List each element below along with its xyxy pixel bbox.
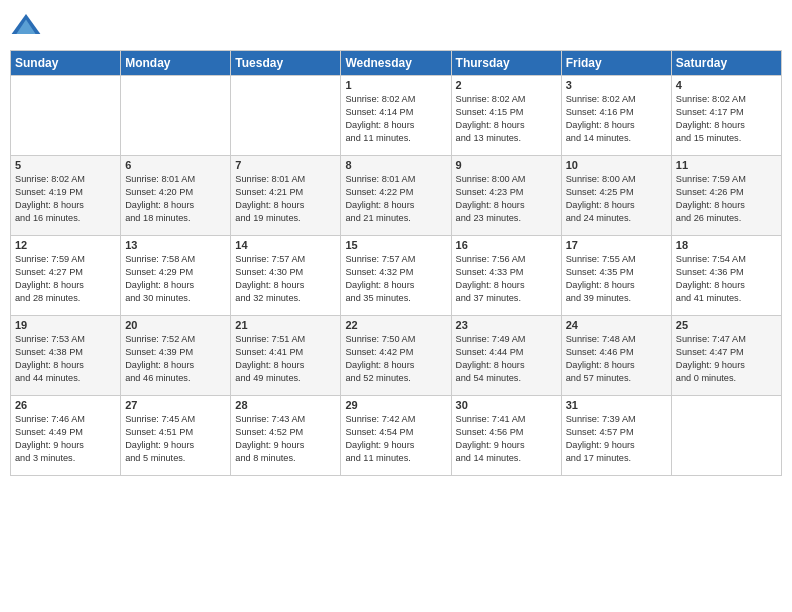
calendar-cell: 1Sunrise: 8:02 AM Sunset: 4:14 PM Daylig…: [341, 76, 451, 156]
header: [10, 10, 782, 42]
day-number: 11: [676, 159, 777, 171]
calendar-cell: 10Sunrise: 8:00 AM Sunset: 4:25 PM Dayli…: [561, 156, 671, 236]
day-info: Sunrise: 7:43 AM Sunset: 4:52 PM Dayligh…: [235, 413, 336, 465]
calendar-cell: 8Sunrise: 8:01 AM Sunset: 4:22 PM Daylig…: [341, 156, 451, 236]
day-number: 8: [345, 159, 446, 171]
day-header-thursday: Thursday: [451, 51, 561, 76]
day-number: 22: [345, 319, 446, 331]
calendar-cell: 18Sunrise: 7:54 AM Sunset: 4:36 PM Dayli…: [671, 236, 781, 316]
calendar-cell: 29Sunrise: 7:42 AM Sunset: 4:54 PM Dayli…: [341, 396, 451, 476]
page: SundayMondayTuesdayWednesdayThursdayFrid…: [0, 0, 792, 612]
calendar-cell: [671, 396, 781, 476]
day-number: 28: [235, 399, 336, 411]
calendar-cell: [11, 76, 121, 156]
day-number: 7: [235, 159, 336, 171]
calendar-cell: 3Sunrise: 8:02 AM Sunset: 4:16 PM Daylig…: [561, 76, 671, 156]
day-info: Sunrise: 7:47 AM Sunset: 4:47 PM Dayligh…: [676, 333, 777, 385]
day-number: 29: [345, 399, 446, 411]
day-info: Sunrise: 7:46 AM Sunset: 4:49 PM Dayligh…: [15, 413, 116, 465]
day-info: Sunrise: 8:00 AM Sunset: 4:25 PM Dayligh…: [566, 173, 667, 225]
calendar-cell: 7Sunrise: 8:01 AM Sunset: 4:21 PM Daylig…: [231, 156, 341, 236]
day-info: Sunrise: 7:48 AM Sunset: 4:46 PM Dayligh…: [566, 333, 667, 385]
calendar-cell: 22Sunrise: 7:50 AM Sunset: 4:42 PM Dayli…: [341, 316, 451, 396]
day-info: Sunrise: 8:02 AM Sunset: 4:16 PM Dayligh…: [566, 93, 667, 145]
day-number: 10: [566, 159, 667, 171]
calendar-cell: [231, 76, 341, 156]
day-number: 3: [566, 79, 667, 91]
calendar-cell: 30Sunrise: 7:41 AM Sunset: 4:56 PM Dayli…: [451, 396, 561, 476]
day-header-wednesday: Wednesday: [341, 51, 451, 76]
day-info: Sunrise: 7:54 AM Sunset: 4:36 PM Dayligh…: [676, 253, 777, 305]
calendar-cell: 11Sunrise: 7:59 AM Sunset: 4:26 PM Dayli…: [671, 156, 781, 236]
week-row-3: 19Sunrise: 7:53 AM Sunset: 4:38 PM Dayli…: [11, 316, 782, 396]
day-info: Sunrise: 7:49 AM Sunset: 4:44 PM Dayligh…: [456, 333, 557, 385]
day-number: 30: [456, 399, 557, 411]
day-header-sunday: Sunday: [11, 51, 121, 76]
day-number: 4: [676, 79, 777, 91]
day-info: Sunrise: 7:45 AM Sunset: 4:51 PM Dayligh…: [125, 413, 226, 465]
calendar-cell: 17Sunrise: 7:55 AM Sunset: 4:35 PM Dayli…: [561, 236, 671, 316]
calendar-cell: 31Sunrise: 7:39 AM Sunset: 4:57 PM Dayli…: [561, 396, 671, 476]
calendar-cell: 19Sunrise: 7:53 AM Sunset: 4:38 PM Dayli…: [11, 316, 121, 396]
calendar-cell: 25Sunrise: 7:47 AM Sunset: 4:47 PM Dayli…: [671, 316, 781, 396]
week-row-1: 5Sunrise: 8:02 AM Sunset: 4:19 PM Daylig…: [11, 156, 782, 236]
day-info: Sunrise: 7:41 AM Sunset: 4:56 PM Dayligh…: [456, 413, 557, 465]
day-header-saturday: Saturday: [671, 51, 781, 76]
day-info: Sunrise: 7:59 AM Sunset: 4:26 PM Dayligh…: [676, 173, 777, 225]
day-info: Sunrise: 7:39 AM Sunset: 4:57 PM Dayligh…: [566, 413, 667, 465]
day-info: Sunrise: 7:51 AM Sunset: 4:41 PM Dayligh…: [235, 333, 336, 385]
day-number: 25: [676, 319, 777, 331]
calendar-cell: [121, 76, 231, 156]
day-number: 23: [456, 319, 557, 331]
day-number: 20: [125, 319, 226, 331]
calendar-body: 1Sunrise: 8:02 AM Sunset: 4:14 PM Daylig…: [11, 76, 782, 476]
day-info: Sunrise: 8:02 AM Sunset: 4:15 PM Dayligh…: [456, 93, 557, 145]
day-number: 14: [235, 239, 336, 251]
calendar-table: SundayMondayTuesdayWednesdayThursdayFrid…: [10, 50, 782, 476]
day-header-friday: Friday: [561, 51, 671, 76]
day-number: 12: [15, 239, 116, 251]
day-info: Sunrise: 8:02 AM Sunset: 4:14 PM Dayligh…: [345, 93, 446, 145]
day-number: 6: [125, 159, 226, 171]
calendar-cell: 2Sunrise: 8:02 AM Sunset: 4:15 PM Daylig…: [451, 76, 561, 156]
calendar-cell: 12Sunrise: 7:59 AM Sunset: 4:27 PM Dayli…: [11, 236, 121, 316]
header-row: SundayMondayTuesdayWednesdayThursdayFrid…: [11, 51, 782, 76]
day-number: 13: [125, 239, 226, 251]
calendar-cell: 5Sunrise: 8:02 AM Sunset: 4:19 PM Daylig…: [11, 156, 121, 236]
calendar-cell: 28Sunrise: 7:43 AM Sunset: 4:52 PM Dayli…: [231, 396, 341, 476]
day-number: 9: [456, 159, 557, 171]
calendar-cell: 9Sunrise: 8:00 AM Sunset: 4:23 PM Daylig…: [451, 156, 561, 236]
day-number: 16: [456, 239, 557, 251]
day-info: Sunrise: 7:59 AM Sunset: 4:27 PM Dayligh…: [15, 253, 116, 305]
calendar-cell: 20Sunrise: 7:52 AM Sunset: 4:39 PM Dayli…: [121, 316, 231, 396]
day-info: Sunrise: 8:01 AM Sunset: 4:22 PM Dayligh…: [345, 173, 446, 225]
calendar-cell: 16Sunrise: 7:56 AM Sunset: 4:33 PM Dayli…: [451, 236, 561, 316]
day-info: Sunrise: 7:55 AM Sunset: 4:35 PM Dayligh…: [566, 253, 667, 305]
day-header-monday: Monday: [121, 51, 231, 76]
day-number: 17: [566, 239, 667, 251]
day-info: Sunrise: 8:01 AM Sunset: 4:21 PM Dayligh…: [235, 173, 336, 225]
day-info: Sunrise: 8:02 AM Sunset: 4:19 PM Dayligh…: [15, 173, 116, 225]
day-info: Sunrise: 8:01 AM Sunset: 4:20 PM Dayligh…: [125, 173, 226, 225]
week-row-0: 1Sunrise: 8:02 AM Sunset: 4:14 PM Daylig…: [11, 76, 782, 156]
calendar-cell: 4Sunrise: 8:02 AM Sunset: 4:17 PM Daylig…: [671, 76, 781, 156]
day-info: Sunrise: 7:57 AM Sunset: 4:32 PM Dayligh…: [345, 253, 446, 305]
calendar-cell: 13Sunrise: 7:58 AM Sunset: 4:29 PM Dayli…: [121, 236, 231, 316]
day-number: 2: [456, 79, 557, 91]
day-number: 19: [15, 319, 116, 331]
day-info: Sunrise: 7:56 AM Sunset: 4:33 PM Dayligh…: [456, 253, 557, 305]
day-info: Sunrise: 7:53 AM Sunset: 4:38 PM Dayligh…: [15, 333, 116, 385]
day-info: Sunrise: 8:00 AM Sunset: 4:23 PM Dayligh…: [456, 173, 557, 225]
week-row-2: 12Sunrise: 7:59 AM Sunset: 4:27 PM Dayli…: [11, 236, 782, 316]
day-info: Sunrise: 7:42 AM Sunset: 4:54 PM Dayligh…: [345, 413, 446, 465]
logo-icon: [10, 10, 42, 42]
calendar-cell: 26Sunrise: 7:46 AM Sunset: 4:49 PM Dayli…: [11, 396, 121, 476]
calendar-header: SundayMondayTuesdayWednesdayThursdayFrid…: [11, 51, 782, 76]
day-number: 27: [125, 399, 226, 411]
day-number: 31: [566, 399, 667, 411]
day-number: 24: [566, 319, 667, 331]
day-info: Sunrise: 7:58 AM Sunset: 4:29 PM Dayligh…: [125, 253, 226, 305]
day-number: 26: [15, 399, 116, 411]
week-row-4: 26Sunrise: 7:46 AM Sunset: 4:49 PM Dayli…: [11, 396, 782, 476]
calendar-cell: 27Sunrise: 7:45 AM Sunset: 4:51 PM Dayli…: [121, 396, 231, 476]
